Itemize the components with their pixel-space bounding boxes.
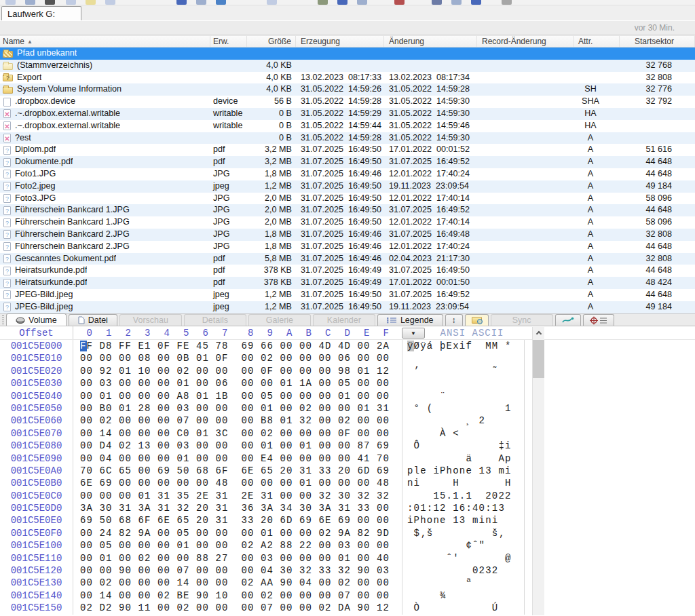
toolbar-icon[interactable] (318, 0, 328, 5)
hex-ascii-text[interactable]: iPhone 13 mini (402, 514, 525, 526)
tab-dir-browser[interactable] (465, 314, 489, 326)
hex-bytes[interactable]: 00 04 00 00 00 01 00 00 00 E4 00 00 00 0… (73, 453, 402, 465)
hex-row[interactable]: 001C5E02000 92 01 10 00 02 00 00 00 0F 0… (0, 365, 531, 377)
file-row[interactable]: .dropbox.devicedevice56 B31.05.2022 14:5… (0, 96, 695, 108)
file-row[interactable]: Dokumente.pdfpdf3,2 MB31.07.2025 16:49:5… (0, 156, 695, 168)
file-row[interactable]: Gescanntes Dokument.pdfpdf5,8 MB31.07.20… (0, 253, 695, 265)
hex-row[interactable]: 001C5E0D03A 30 31 3A 31 32 20 31 36 3A 3… (0, 502, 531, 514)
hex-row[interactable]: 001C5E11000 01 00 02 00 00 88 27 00 03 0… (0, 552, 531, 564)
hex-ascii-text[interactable]: ni H H (402, 477, 525, 489)
hex-ascii-text[interactable] (402, 377, 525, 389)
hex-ascii-text[interactable]: ¸ 2 (402, 415, 525, 427)
toolbar-icon[interactable] (337, 0, 348, 5)
hex-row[interactable]: 001C5E09000 04 00 00 00 01 00 00 00 E4 0… (0, 453, 531, 465)
hex-row[interactable]: 001C5E13000 02 00 00 00 14 00 00 02 AA 9… (0, 577, 531, 589)
file-row[interactable]: Foto2.jpegjpeg1,2 MB31.07.2025 16:49:501… (0, 180, 695, 193)
hex-scrollbar[interactable] (532, 327, 544, 615)
file-row[interactable]: Pfad unbekannt (0, 47, 695, 60)
file-row[interactable]: Diplom.pdfpdf3,2 MB31.07.2025 16:49:5017… (0, 144, 695, 156)
hex-row[interactable]: 001C5E06000 02 00 00 00 07 00 00 00 B8 0… (0, 415, 531, 427)
hex-ascii-text[interactable]: ˆ' @ (402, 552, 525, 564)
hex-row[interactable]: 001C5E0E069 50 68 6F 6E 65 20 31 33 20 6… (0, 514, 531, 526)
hex-bytes[interactable]: 00 00 00 08 00 0B 01 0F 00 02 00 00 00 0… (73, 352, 402, 364)
hex-row[interactable]: 001C5E01000 00 00 08 00 0B 01 0F 00 02 0… (0, 352, 531, 364)
hex-bytes[interactable]: 00 02 00 00 00 14 00 00 02 AA 90 04 00 0… (73, 577, 402, 589)
tab-legende[interactable]: Legende (377, 314, 443, 326)
file-row[interactable]: Führerschein Bankcard 1.JPGJPG2,0 MB31.0… (0, 204, 695, 216)
toolbar-icon[interactable] (394, 0, 405, 5)
hex-row[interactable]: 001C5E0A070 6C 65 00 69 50 68 6F 6E 65 2… (0, 465, 531, 477)
hex-row[interactable]: 001C5E07000 14 00 00 00 C0 01 3C 00 02 0… (0, 427, 531, 440)
column-header-name[interactable]: Name▲ (0, 36, 210, 47)
hex-ascii-text[interactable]: ÿØÿá þExif MM * (402, 340, 525, 352)
column-header-erw[interactable]: Erw. (210, 36, 247, 47)
file-row[interactable]: Foto1.JPGJPG1,8 MB31.07.2025 16:49:4612.… (0, 168, 695, 180)
file-row[interactable]: JPEG-Bild.jpegjpeg1,2 MB31.07.2025 16:49… (0, 289, 695, 301)
hex-bytes[interactable]: 00 D4 02 13 00 03 00 00 00 01 00 01 00 0… (73, 440, 402, 452)
hex-bytes[interactable]: 70 6C 65 00 69 50 68 6F 6E 65 20 31 33 2… (73, 465, 402, 477)
toolbar-icon[interactable] (105, 0, 115, 5)
hex-row[interactable]: 001C5E03000 03 00 00 00 01 00 06 00 00 0… (0, 377, 531, 389)
hex-ascii-text[interactable]: ä Ap (402, 453, 525, 465)
hex-ascii-text[interactable]: 15.1.1 2022 (402, 490, 525, 502)
hex-ascii-text[interactable]: $‚š š‚ (402, 527, 525, 539)
hex-ascii-text[interactable]: 0232 (402, 564, 525, 577)
hex-ascii-text[interactable]: À < (402, 427, 525, 440)
hex-bytes[interactable]: FF D8 FF E1 0F FE 45 78 69 66 00 00 4D 4… (73, 340, 402, 352)
column-header-groesse[interactable]: Größe (247, 36, 296, 47)
column-header-record-aenderung[interactable]: Record-Änderung (477, 36, 574, 47)
hex-row[interactable]: 001C5E0B06E 69 00 00 00 00 00 48 00 00 0… (0, 477, 531, 489)
hex-ascii-text[interactable]: ’ ˜ (402, 365, 525, 377)
hex-row[interactable]: 001C5E0F000 24 82 9A 00 05 00 00 00 01 0… (0, 527, 531, 539)
hex-bytes[interactable]: 00 B0 01 28 00 03 00 00 00 01 00 02 00 0… (73, 402, 402, 415)
toolbar-icon[interactable] (357, 0, 367, 5)
file-row[interactable]: Export4,0 KB13.02.2023 08:17:3313.02.202… (0, 72, 695, 84)
scrollbar-thumb[interactable] (533, 340, 544, 378)
hex-ascii-text[interactable]: ple iPhone 13 mi (402, 465, 525, 477)
hex-bytes[interactable]: 00 01 00 02 00 00 88 27 00 03 00 00 00 0… (73, 552, 402, 564)
toolbar-icon[interactable] (216, 0, 226, 5)
hex-ascii-text[interactable]: ª (402, 577, 525, 589)
hex-row[interactable]: 001C5E04000 01 00 00 00 A8 01 1B 00 05 0… (0, 390, 531, 402)
toolbar-icon[interactable] (66, 0, 76, 5)
file-row[interactable]: ?est0 B31.05.2022 14:59:2831.05.2022 14:… (0, 132, 695, 145)
hex-row[interactable]: 001C5E000FF D8 FF E1 0F FE 45 78 69 66 0… (0, 340, 531, 352)
file-row[interactable]: Foto3.JPGJPG2,0 MB31.07.2025 16:49:5012.… (0, 193, 695, 205)
hex-row[interactable]: 001C5E15002 D2 90 11 00 02 00 00 00 07 0… (0, 602, 531, 614)
hex-bytes[interactable]: 02 D2 90 11 00 02 00 00 00 07 00 00 02 D… (73, 602, 402, 614)
toolbar-icon[interactable] (502, 0, 512, 5)
file-row[interactable]: System Volume Information4,0 KB31.05.202… (0, 83, 695, 96)
column-header-aenderung[interactable]: Änderung (384, 36, 477, 47)
hex-ascii-text[interactable] (402, 352, 525, 364)
file-row[interactable]: Führerschein Bankcard 1.JPGJPG2,0 MB31.0… (0, 216, 695, 229)
hex-bytes[interactable]: 6E 69 00 00 00 00 00 48 00 00 00 01 00 0… (73, 477, 402, 489)
tab-position-manager[interactable] (583, 314, 614, 326)
toolbar-icon[interactable] (471, 0, 481, 5)
hex-row[interactable]: 001C5E05000 B0 01 28 00 03 00 00 00 01 0… (0, 402, 531, 415)
scroll-up-button[interactable] (533, 327, 544, 339)
toolbar-icon[interactable] (45, 0, 55, 5)
toolbar-icon[interactable] (451, 0, 462, 5)
hex-ascii-text[interactable]: ¢ˆ" (402, 539, 525, 552)
toolbar-icon[interactable] (176, 0, 187, 5)
hex-bytes[interactable]: 00 24 82 9A 00 05 00 00 00 01 00 00 02 9… (73, 527, 402, 539)
hex-row[interactable]: 001C5E14000 14 00 00 02 BE 90 10 00 02 0… (0, 590, 531, 602)
hex-ascii-text[interactable]: ¨ (402, 390, 525, 402)
drive-tab[interactable]: Laufwerk G: (1, 6, 81, 20)
file-row[interactable]: Heiratsurkunde.pdfpdf378 KB31.07.2025 16… (0, 277, 695, 289)
column-header-startsektor[interactable]: Startsektor (620, 36, 695, 47)
hex-row[interactable]: 001C5E0C000 00 00 01 31 35 2E 31 2E 31 0… (0, 490, 531, 502)
file-row[interactable]: Führerschein Bankcard 2.JPGJPG1,8 MB31.0… (0, 241, 695, 253)
tab-jump[interactable] (555, 314, 581, 326)
column-header-erzeugung[interactable]: Erzeugung (296, 36, 384, 47)
hex-bytes[interactable]: 00 00 00 01 31 35 2E 31 2E 31 00 00 32 3… (73, 490, 402, 502)
hex-bytes[interactable]: 00 02 00 00 00 07 00 00 00 B8 01 32 00 0… (73, 415, 402, 427)
file-row[interactable]: Führerschein Bankcard 2.JPGJPG1,8 MB31.0… (0, 229, 695, 241)
hex-bytes[interactable]: 3A 30 31 3A 31 32 20 31 36 3A 34 30 3A 3… (73, 502, 402, 514)
toolbar-icon[interactable] (267, 0, 277, 5)
hex-bytes[interactable]: 00 05 00 00 00 01 00 00 02 A2 88 22 00 0… (73, 539, 402, 552)
hex-row[interactable]: 001C5E08000 D4 02 13 00 03 00 00 00 01 0… (0, 440, 531, 452)
hex-row[interactable]: 001C5E12000 00 90 00 00 07 00 00 00 04 3… (0, 564, 531, 577)
hex-ascii-text[interactable]: Ò Ú (402, 602, 525, 614)
hex-bytes[interactable]: 00 01 00 00 00 A8 01 1B 00 05 00 00 00 0… (73, 390, 402, 402)
